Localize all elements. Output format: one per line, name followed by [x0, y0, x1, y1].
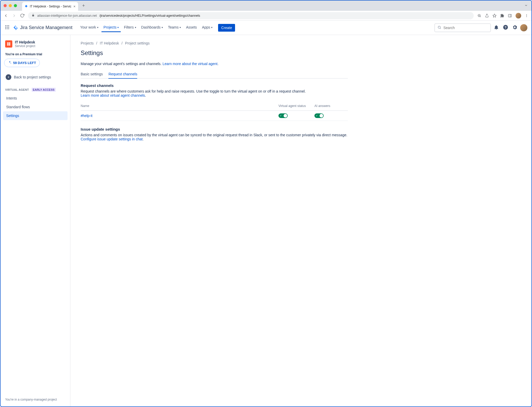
back-to-project-settings[interactable]: Back to project settings [3, 72, 68, 83]
browser-tab-title: IT Helpdesk - Settings - Servic [30, 5, 71, 8]
learn-more-virtual-agent-link[interactable]: Learn more about the virtual agent [163, 62, 218, 66]
nav-item-filters[interactable]: Filters▾ [122, 23, 138, 32]
star-icon[interactable] [492, 14, 497, 18]
nav-item-apps[interactable]: Apps▾ [200, 23, 214, 32]
svg-point-12 [5, 25, 6, 26]
kebab-menu-icon[interactable] [525, 14, 528, 17]
search-icon [437, 25, 441, 30]
svg-point-18 [5, 28, 6, 29]
learn-more-channels-link[interactable]: Learn more about virtual agent channels [81, 93, 145, 97]
configure-issue-update-link[interactable]: Configure issue update settings in chat [81, 137, 143, 141]
issue-update-desc: Actions and comments on issues created b… [81, 133, 348, 141]
svg-point-21 [438, 26, 441, 28]
address-bar[interactable]: atlassian-intelligence-for-jsm.atlassian… [28, 12, 474, 19]
minimize-window-dot[interactable] [9, 4, 12, 7]
svg-rect-7 [508, 14, 511, 17]
url-path: /jira/servicedesk/projects/HELP/settings… [99, 14, 200, 17]
chevron-down-icon: ▾ [117, 26, 119, 29]
project-header[interactable]: IT Helpdesk Service project [3, 40, 68, 51]
sidepanel-icon[interactable] [508, 14, 512, 18]
jira-favicon-icon [25, 5, 28, 8]
days-left-label: 59 DAYS LEFT [13, 61, 36, 65]
col-header-ai: AI answers [314, 104, 348, 108]
chevron-down-icon: ▾ [162, 26, 163, 29]
svg-point-16 [7, 27, 7, 28]
notifications-icon[interactable] [492, 23, 500, 32]
ai-answers-toggle[interactable]: ✓ [314, 113, 324, 118]
table-header-row: Name Virtual agent status AI answers [81, 102, 348, 111]
mac-traffic-lights [4, 4, 17, 7]
trial-line: You're on a Premium trial [3, 51, 68, 59]
days-left-pill[interactable]: 59 DAYS LEFT [4, 59, 40, 67]
browser-toolbar: atlassian-intelligence-for-jsm.atlassian… [1, 11, 531, 21]
svg-point-19 [7, 28, 7, 29]
svg-rect-26 [9, 42, 10, 44]
app-nav: Jira Service Management Your work▾ Proje… [1, 21, 531, 35]
svg-point-10 [526, 15, 527, 16]
create-button[interactable]: Create [218, 24, 235, 32]
tab-basic-settings[interactable]: Basic settings [81, 72, 103, 79]
nav-item-teams[interactable]: Teams▾ [166, 23, 183, 32]
request-channels-heading: Request channels [81, 83, 348, 88]
close-tab-icon[interactable]: × [73, 4, 76, 8]
project-type: Service project [15, 44, 35, 48]
nav-item-projects[interactable]: Projects▾ [101, 23, 121, 32]
svg-point-17 [8, 27, 9, 28]
settings-icon[interactable] [511, 23, 519, 32]
sparkle-icon [8, 61, 12, 65]
svg-rect-28 [9, 44, 10, 46]
reload-icon[interactable] [20, 13, 24, 18]
url-host: atlassian-intelligence-for-jsm.atlassian… [37, 14, 97, 17]
tab-request-channels[interactable]: Request channels [108, 72, 137, 79]
forward-icon[interactable] [12, 13, 16, 18]
sidebar-item-standard-flows[interactable]: Standard flows [3, 103, 68, 111]
profile-chip[interactable] [516, 13, 521, 19]
virtual-agent-status-toggle[interactable]: ✓ [278, 113, 288, 118]
close-window-dot[interactable] [4, 4, 7, 7]
help-icon[interactable]: ? [502, 23, 509, 32]
breadcrumb-project-settings[interactable]: Project settings [125, 41, 150, 45]
chevron-down-icon: ▾ [180, 26, 181, 29]
search-box[interactable] [434, 23, 491, 32]
search-input[interactable] [443, 26, 488, 30]
nav-item-your-work[interactable]: Your work▾ [78, 23, 100, 32]
zoom-icon[interactable] [477, 14, 481, 18]
share-icon[interactable] [485, 14, 489, 17]
request-channels-desc: Request channels are where customers ask… [81, 89, 348, 97]
col-header-name: Name [81, 104, 278, 108]
nav-item-assets[interactable]: Assets [184, 23, 199, 32]
tab-overflow-icon[interactable] [524, 4, 528, 8]
new-tab-button[interactable]: + [82, 3, 85, 8]
settings-tabs: Basic settings Request channels [81, 72, 348, 79]
chevron-down-icon: ▾ [135, 26, 136, 29]
product-logo[interactable]: Jira Service Management [13, 25, 72, 31]
nav-items: Your work▾ Projects▾ Filters▾ Dashboards… [78, 23, 214, 32]
page-title: Settings [81, 49, 348, 57]
app-switcher-icon[interactable] [5, 25, 10, 31]
svg-rect-25 [7, 42, 8, 44]
sidebar-item-settings[interactable]: Settings [3, 111, 68, 120]
browser-tab[interactable]: IT Helpdesk - Settings - Servic × [22, 2, 78, 11]
breadcrumb-project[interactable]: IT Helpdesk [100, 41, 119, 45]
check-icon: ✓ [316, 114, 318, 117]
svg-marker-6 [493, 14, 496, 17]
fullscreen-window-dot[interactable] [14, 4, 17, 7]
sidebar-item-intents[interactable]: Intents [3, 94, 68, 103]
nav-item-dashboards[interactable]: Dashboards▾ [139, 23, 165, 32]
svg-rect-27 [7, 44, 8, 46]
chevron-down-icon: ▾ [211, 26, 212, 29]
back-arrow-icon [6, 74, 11, 80]
back-icon[interactable] [4, 13, 8, 18]
project-avatar-icon [5, 40, 12, 48]
breadcrumb-projects[interactable]: Projects [81, 41, 94, 45]
back-label: Back to project settings [14, 75, 51, 79]
svg-line-22 [440, 28, 441, 29]
project-name: IT Helpdesk [15, 40, 35, 44]
breadcrumbs: Projects / IT Helpdesk / Project setting… [81, 41, 348, 45]
main-content: Projects / IT Helpdesk / Project setting… [70, 35, 358, 406]
channel-link[interactable]: #help-it [81, 114, 92, 118]
svg-point-15 [5, 27, 6, 28]
extensions-icon[interactable] [500, 14, 504, 18]
user-avatar[interactable] [520, 24, 527, 31]
col-header-status: Virtual agent status [278, 104, 314, 108]
